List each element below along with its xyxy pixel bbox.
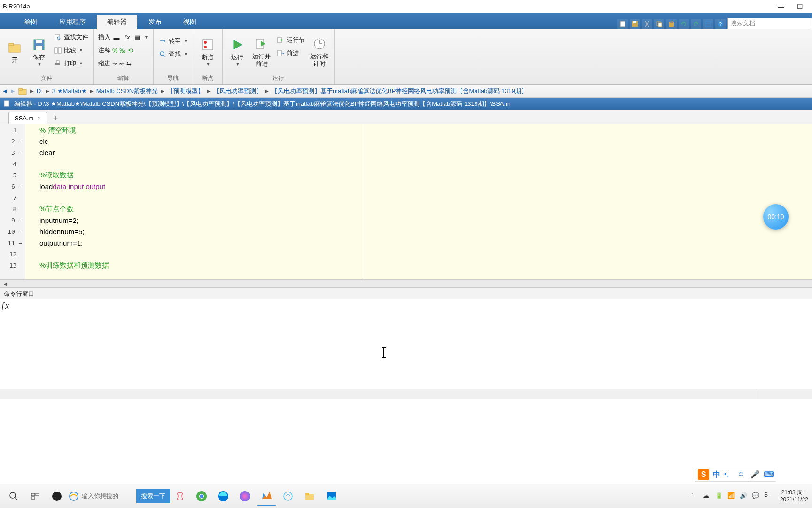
breakpoints-button[interactable]: 断点▼ xyxy=(197,31,219,72)
matlab-icon[interactable] xyxy=(257,487,276,506)
ime-language[interactable]: 中 xyxy=(713,470,720,480)
ime-punct-icon[interactable]: •, xyxy=(724,470,734,479)
clock[interactable]: 21:03 周一 2021/11/22 xyxy=(780,489,808,503)
file-tabstrip: SSA.m × + xyxy=(0,110,812,124)
svg-rect-15 xyxy=(36,46,42,50)
run-advance-button[interactable]: 运行并 前进 xyxy=(251,31,273,72)
forward-icon[interactable]: ► xyxy=(10,87,16,95)
compare-button[interactable]: 比较▼ xyxy=(53,44,89,56)
search-docs-input[interactable]: 搜索文档 xyxy=(727,18,812,29)
address-bar[interactable]: ◄ ► ▶D: ▶3 ★Matlab★ ▶Matalb CSDN紫极神光 ▶【预… xyxy=(0,85,812,98)
ime-voice-icon[interactable]: 🎤 xyxy=(750,470,760,479)
svg-rect-24 xyxy=(203,40,213,50)
app-title: B R2014a xyxy=(3,3,30,10)
qat-save-icon[interactable] xyxy=(630,19,640,29)
horizontal-scrollbar[interactable]: ◄ xyxy=(0,279,812,288)
qat-paste-icon[interactable] xyxy=(666,19,677,29)
editor-file-icon xyxy=(3,100,11,108)
group-bp-label: 断点 xyxy=(197,73,219,83)
save-button[interactable]: 保存▼ xyxy=(28,31,50,72)
tray-chevron-icon[interactable]: ˄ xyxy=(691,492,699,500)
tray-notify-icon[interactable]: 💬 xyxy=(752,492,760,500)
explorer-icon[interactable] xyxy=(300,487,320,506)
svg-rect-0 xyxy=(620,21,625,27)
photos-icon[interactable] xyxy=(321,487,341,506)
svg-rect-29 xyxy=(278,50,281,56)
main-tabstrip: 绘图 应用程序 编辑器 发布 视图 ? 搜索文档 xyxy=(0,13,812,29)
run-time-button[interactable]: 运行和 计时 xyxy=(309,31,330,72)
qat-help-icon[interactable]: ? xyxy=(715,19,726,29)
new-tab-button[interactable]: + xyxy=(49,112,62,124)
qat-new-icon[interactable] xyxy=(617,19,628,29)
find-files-button[interactable]: 查找文件 xyxy=(53,31,89,43)
tab-publish[interactable]: 发布 xyxy=(138,15,172,29)
goto-button[interactable]: 转至▼ xyxy=(157,35,189,47)
qat-cut-icon[interactable] xyxy=(642,19,652,29)
taskbar-search-button[interactable]: 搜索一下 xyxy=(136,489,170,503)
run-button[interactable]: 运行▼ xyxy=(226,31,248,72)
comment-button[interactable]: 注释 % ‰ ⟲ xyxy=(97,44,149,56)
app-icon-2[interactable] xyxy=(278,487,298,506)
ime-keyboard-icon[interactable]: ⌨ xyxy=(764,470,773,479)
timer-badge[interactable]: 00:10 xyxy=(763,204,789,230)
qat-undo-icon[interactable] xyxy=(679,19,689,29)
advance-button[interactable]: 前进 xyxy=(275,47,306,59)
group-edit-label: 编辑 xyxy=(97,73,149,83)
svg-rect-50 xyxy=(305,493,309,495)
code-editor[interactable]: 1 2– 3– 4 5 6– 7 8 9– 10– 11– 12 13 % 清空… xyxy=(0,124,812,279)
command-window[interactable]: ƒx xyxy=(0,299,812,389)
browser-icon[interactable] xyxy=(235,487,255,506)
fx-icon: ƒx xyxy=(123,33,131,41)
back-icon[interactable]: ◄ xyxy=(2,87,8,95)
run-section-button[interactable]: 运行节 xyxy=(275,34,306,46)
chrome-icon[interactable] xyxy=(192,487,211,506)
taskview-icon[interactable] xyxy=(25,487,45,506)
open-button[interactable]: 开 xyxy=(4,31,25,72)
svg-rect-40 xyxy=(31,497,35,499)
tab-apps[interactable]: 应用程序 xyxy=(49,15,96,29)
svg-rect-6 xyxy=(670,21,673,23)
ime-toolbar[interactable]: S 中 •, ☺ 🎤 ⌨ xyxy=(695,468,776,482)
tray-wifi-icon[interactable]: 📶 xyxy=(727,492,736,500)
line-gutter: 1 2– 3– 4 5 6– 7 8 9– 10– 11– 12 13 xyxy=(0,124,25,279)
qat-copy-icon[interactable] xyxy=(654,19,664,29)
edge-icon[interactable] xyxy=(213,487,233,506)
insert-button[interactable]: 插入 ▬ ƒx ▤▼ xyxy=(97,31,149,43)
editor-titlebar: 编辑器 - D:\3 ★Matlab★\Matalb CSDN紫极神光\【预测模… xyxy=(0,98,812,110)
file-tab-ssa[interactable]: SSA.m × xyxy=(8,112,47,124)
svg-line-23 xyxy=(164,55,165,57)
tray-sogou-icon[interactable]: S xyxy=(764,492,773,501)
taskbar-search[interactable] xyxy=(69,491,133,501)
close-tab-icon[interactable]: × xyxy=(37,115,41,122)
find-button[interactable]: 查找▼ xyxy=(157,48,189,60)
taskbar-search-input[interactable] xyxy=(82,492,133,500)
obs-icon[interactable] xyxy=(47,487,67,506)
qat-redo-icon[interactable] xyxy=(691,19,701,29)
ime-emoji-icon[interactable]: ☺ xyxy=(737,470,747,479)
maximize-button[interactable]: ☐ xyxy=(790,1,809,12)
svg-point-47 xyxy=(240,491,250,501)
folder-icon[interactable] xyxy=(18,87,27,96)
svg-rect-34 xyxy=(19,88,22,90)
tab-editor[interactable]: 编辑器 xyxy=(97,15,137,29)
tray-battery-icon[interactable]: 🔋 xyxy=(715,492,724,500)
ribbon: 开 保存▼ 查找文件 比较▼ 打印▼ 文件 插入 ▬ ƒx ▤▼ 注释 % ‰ … xyxy=(0,29,812,85)
sogou-icon[interactable]: S xyxy=(698,469,709,480)
ie-icon xyxy=(69,491,79,501)
svg-rect-18 xyxy=(55,48,57,53)
tray-volume-icon[interactable]: 🔊 xyxy=(740,492,748,500)
svg-text:?: ? xyxy=(719,22,722,27)
print-button[interactable]: 打印▼ xyxy=(53,57,89,70)
app-icon-1[interactable] xyxy=(170,487,190,506)
qat-layout-icon[interactable] xyxy=(703,19,713,29)
svg-point-45 xyxy=(200,494,203,498)
svg-point-22 xyxy=(160,52,164,56)
tab-plot[interactable]: 绘图 xyxy=(14,15,48,29)
system-tray[interactable]: ˄ ☁ 🔋 📶 🔊 💬 S 21:03 周一 2021/11/22 xyxy=(691,489,808,503)
tray-onedrive-icon[interactable]: ☁ xyxy=(703,492,711,500)
tab-view[interactable]: 视图 xyxy=(173,15,207,29)
indent-button[interactable]: 缩进 ⇥ ⇤ ⇆ xyxy=(97,57,149,70)
minimize-button[interactable]: — xyxy=(772,1,790,12)
search-icon[interactable] xyxy=(4,487,23,506)
svg-point-25 xyxy=(204,41,207,44)
